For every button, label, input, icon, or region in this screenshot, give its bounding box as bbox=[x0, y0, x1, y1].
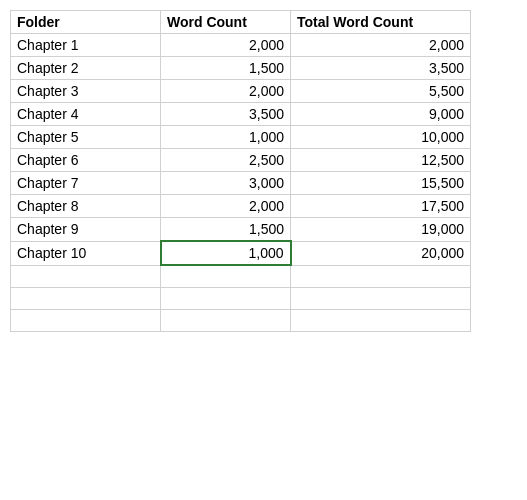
cell-total-word-count[interactable]: 9,000 bbox=[291, 103, 471, 126]
empty-cell[interactable] bbox=[11, 265, 161, 287]
cell-word-count[interactable]: 1,500 bbox=[161, 57, 291, 80]
table-row: Chapter 21,5003,500 bbox=[11, 57, 471, 80]
cell-folder[interactable]: Chapter 2 bbox=[11, 57, 161, 80]
empty-cell[interactable] bbox=[161, 309, 291, 331]
cell-total-word-count[interactable]: 3,500 bbox=[291, 57, 471, 80]
table-row: Chapter 32,0005,500 bbox=[11, 80, 471, 103]
table-row: Chapter 62,50012,500 bbox=[11, 149, 471, 172]
cell-word-count[interactable]: 1,000 bbox=[161, 126, 291, 149]
cell-total-word-count[interactable]: 12,500 bbox=[291, 149, 471, 172]
empty-cell[interactable] bbox=[161, 265, 291, 287]
cell-folder[interactable]: Chapter 6 bbox=[11, 149, 161, 172]
data-table: Folder Word Count Total Word Count Chapt… bbox=[10, 10, 471, 332]
table-row: Chapter 43,5009,000 bbox=[11, 103, 471, 126]
cell-folder[interactable]: Chapter 5 bbox=[11, 126, 161, 149]
header-total-word-count: Total Word Count bbox=[291, 11, 471, 34]
cell-total-word-count[interactable]: 19,000 bbox=[291, 218, 471, 242]
cell-word-count[interactable]: 3,500 bbox=[161, 103, 291, 126]
cell-folder[interactable]: Chapter 1 bbox=[11, 34, 161, 57]
spreadsheet: Folder Word Count Total Word Count Chapt… bbox=[10, 10, 471, 332]
header-folder: Folder bbox=[11, 11, 161, 34]
empty-row bbox=[11, 265, 471, 287]
empty-cell[interactable] bbox=[291, 309, 471, 331]
cell-folder[interactable]: Chapter 3 bbox=[11, 80, 161, 103]
empty-row bbox=[11, 309, 471, 331]
cell-word-count[interactable]: 1,500 bbox=[161, 218, 291, 242]
table-row: Chapter 91,50019,000 bbox=[11, 218, 471, 242]
empty-row bbox=[11, 287, 471, 309]
cell-folder[interactable]: Chapter 8 bbox=[11, 195, 161, 218]
empty-cell[interactable] bbox=[11, 287, 161, 309]
cell-word-count[interactable]: 3,000 bbox=[161, 172, 291, 195]
cell-word-count[interactable]: 1,000 bbox=[161, 241, 291, 265]
cell-folder[interactable]: Chapter 4 bbox=[11, 103, 161, 126]
cell-word-count[interactable]: 2,000 bbox=[161, 195, 291, 218]
table-row: Chapter 73,00015,500 bbox=[11, 172, 471, 195]
table-row: Chapter 82,00017,500 bbox=[11, 195, 471, 218]
empty-cell[interactable] bbox=[161, 287, 291, 309]
cell-folder[interactable]: Chapter 10 bbox=[11, 241, 161, 265]
cell-word-count[interactable]: 2,000 bbox=[161, 80, 291, 103]
cell-total-word-count[interactable]: 15,500 bbox=[291, 172, 471, 195]
cell-word-count[interactable]: 2,000 bbox=[161, 34, 291, 57]
table-row: Chapter 101,00020,000 bbox=[11, 241, 471, 265]
cell-total-word-count[interactable]: 20,000 bbox=[291, 241, 471, 265]
empty-cell[interactable] bbox=[291, 265, 471, 287]
cell-total-word-count[interactable]: 17,500 bbox=[291, 195, 471, 218]
header-word-count: Word Count bbox=[161, 11, 291, 34]
cell-total-word-count[interactable]: 10,000 bbox=[291, 126, 471, 149]
table-row: Chapter 12,0002,000 bbox=[11, 34, 471, 57]
empty-cell[interactable] bbox=[291, 287, 471, 309]
cell-folder[interactable]: Chapter 9 bbox=[11, 218, 161, 242]
table-row: Chapter 51,00010,000 bbox=[11, 126, 471, 149]
header-row: Folder Word Count Total Word Count bbox=[11, 11, 471, 34]
cell-total-word-count[interactable]: 5,500 bbox=[291, 80, 471, 103]
cell-folder[interactable]: Chapter 7 bbox=[11, 172, 161, 195]
cell-word-count[interactable]: 2,500 bbox=[161, 149, 291, 172]
empty-cell[interactable] bbox=[11, 309, 161, 331]
cell-total-word-count[interactable]: 2,000 bbox=[291, 34, 471, 57]
